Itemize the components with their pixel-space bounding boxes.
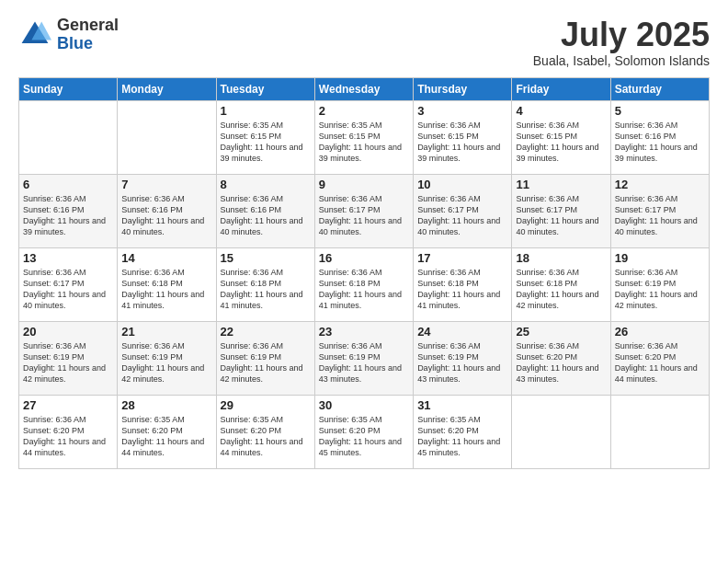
table-row: 10Sunrise: 6:36 AM Sunset: 6:17 PM Dayli… [414, 174, 512, 247]
day-number: 21 [121, 325, 211, 339]
table-row: 20Sunrise: 6:36 AM Sunset: 6:19 PM Dayli… [19, 321, 118, 395]
day-number: 2 [319, 104, 409, 118]
day-info: Sunrise: 6:36 AM Sunset: 6:15 PM Dayligh… [417, 120, 507, 165]
subtitle: Buala, Isabel, Solomon Islands [533, 53, 710, 68]
logo-blue: Blue [57, 35, 119, 53]
table-row: 26Sunrise: 6:36 AM Sunset: 6:20 PM Dayli… [610, 321, 709, 395]
table-row: 2Sunrise: 6:35 AM Sunset: 6:15 PM Daylig… [314, 100, 413, 174]
day-number: 28 [121, 398, 211, 412]
calendar-week-row: 27Sunrise: 6:36 AM Sunset: 6:20 PM Dayli… [19, 395, 710, 468]
day-info: Sunrise: 6:36 AM Sunset: 6:17 PM Dayligh… [417, 193, 507, 238]
day-info: Sunrise: 6:36 AM Sunset: 6:19 PM Dayligh… [23, 340, 113, 385]
table-row: 16Sunrise: 6:36 AM Sunset: 6:18 PM Dayli… [314, 247, 413, 321]
day-number: 11 [516, 178, 606, 191]
day-info: Sunrise: 6:36 AM Sunset: 6:20 PM Dayligh… [615, 340, 705, 385]
table-row: 6Sunrise: 6:36 AM Sunset: 6:16 PM Daylig… [19, 174, 118, 247]
day-info: Sunrise: 6:35 AM Sunset: 6:15 PM Dayligh… [221, 120, 311, 165]
logo-text: General Blue [57, 17, 119, 53]
table-row: 28Sunrise: 6:35 AM Sunset: 6:20 PM Dayli… [118, 395, 216, 468]
main-title: July 2025 [533, 17, 710, 53]
day-info: Sunrise: 6:36 AM Sunset: 6:19 PM Dayligh… [417, 340, 507, 385]
day-info: Sunrise: 6:36 AM Sunset: 6:20 PM Dayligh… [23, 414, 113, 459]
day-number: 23 [319, 325, 409, 339]
table-row [19, 100, 118, 174]
day-number: 31 [417, 398, 507, 412]
calendar-week-row: 20Sunrise: 6:36 AM Sunset: 6:19 PM Dayli… [19, 321, 710, 395]
table-row: 9Sunrise: 6:36 AM Sunset: 6:17 PM Daylig… [314, 174, 413, 247]
day-info: Sunrise: 6:36 AM Sunset: 6:18 PM Dayligh… [121, 267, 211, 312]
day-number: 22 [221, 325, 311, 339]
day-info: Sunrise: 6:36 AM Sunset: 6:16 PM Dayligh… [23, 193, 113, 238]
calendar-week-row: 1Sunrise: 6:35 AM Sunset: 6:15 PM Daylig… [19, 100, 710, 174]
day-number: 24 [417, 325, 507, 339]
table-row: 19Sunrise: 6:36 AM Sunset: 6:19 PM Dayli… [610, 247, 709, 321]
logo-general: General [57, 17, 119, 35]
table-row [118, 100, 216, 174]
day-number: 7 [121, 178, 211, 191]
day-info: Sunrise: 6:36 AM Sunset: 6:15 PM Dayligh… [516, 120, 606, 165]
day-number: 14 [121, 251, 211, 265]
day-info: Sunrise: 6:35 AM Sunset: 6:20 PM Dayligh… [319, 414, 409, 459]
table-row: 27Sunrise: 6:36 AM Sunset: 6:20 PM Dayli… [19, 395, 118, 468]
day-info: Sunrise: 6:36 AM Sunset: 6:17 PM Dayligh… [516, 193, 606, 238]
table-row: 4Sunrise: 6:36 AM Sunset: 6:15 PM Daylig… [512, 100, 610, 174]
col-thursday: Thursday [414, 77, 512, 100]
day-number: 25 [516, 325, 606, 339]
col-wednesday: Wednesday [314, 77, 413, 100]
table-row: 15Sunrise: 6:36 AM Sunset: 6:18 PM Dayli… [216, 247, 314, 321]
col-saturday: Saturday [610, 77, 709, 100]
day-number: 29 [221, 398, 311, 412]
day-info: Sunrise: 6:36 AM Sunset: 6:16 PM Dayligh… [121, 193, 211, 238]
table-row: 18Sunrise: 6:36 AM Sunset: 6:18 PM Dayli… [512, 247, 610, 321]
logo: General Blue [18, 17, 119, 53]
table-row: 14Sunrise: 6:36 AM Sunset: 6:18 PM Dayli… [118, 247, 216, 321]
table-row: 11Sunrise: 6:36 AM Sunset: 6:17 PM Dayli… [512, 174, 610, 247]
day-info: Sunrise: 6:36 AM Sunset: 6:17 PM Dayligh… [23, 267, 113, 312]
table-row: 17Sunrise: 6:36 AM Sunset: 6:18 PM Dayli… [414, 247, 512, 321]
day-number: 3 [417, 104, 507, 118]
table-row: 30Sunrise: 6:35 AM Sunset: 6:20 PM Dayli… [314, 395, 413, 468]
day-number: 4 [516, 104, 606, 118]
day-number: 1 [221, 104, 311, 118]
day-info: Sunrise: 6:36 AM Sunset: 6:19 PM Dayligh… [615, 267, 705, 312]
col-monday: Monday [118, 77, 216, 100]
calendar: Sunday Monday Tuesday Wednesday Thursday… [18, 77, 710, 469]
day-number: 5 [615, 104, 705, 118]
col-sunday: Sunday [19, 77, 118, 100]
table-row [610, 395, 709, 468]
day-info: Sunrise: 6:36 AM Sunset: 6:18 PM Dayligh… [319, 267, 409, 312]
day-number: 15 [221, 251, 311, 265]
day-number: 13 [23, 251, 113, 265]
col-tuesday: Tuesday [216, 77, 314, 100]
day-info: Sunrise: 6:36 AM Sunset: 6:16 PM Dayligh… [221, 193, 311, 238]
day-number: 6 [23, 178, 113, 191]
day-number: 8 [221, 178, 311, 191]
calendar-week-row: 13Sunrise: 6:36 AM Sunset: 6:17 PM Dayli… [19, 247, 710, 321]
day-info: Sunrise: 6:35 AM Sunset: 6:20 PM Dayligh… [417, 414, 507, 459]
day-number: 20 [23, 325, 113, 339]
day-info: Sunrise: 6:35 AM Sunset: 6:20 PM Dayligh… [221, 414, 311, 459]
table-row: 5Sunrise: 6:36 AM Sunset: 6:16 PM Daylig… [610, 100, 709, 174]
day-number: 30 [319, 398, 409, 412]
logo-icon [18, 18, 51, 52]
day-number: 9 [319, 178, 409, 191]
day-info: Sunrise: 6:36 AM Sunset: 6:16 PM Dayligh… [615, 120, 705, 165]
day-info: Sunrise: 6:36 AM Sunset: 6:19 PM Dayligh… [221, 340, 311, 385]
day-info: Sunrise: 6:36 AM Sunset: 6:19 PM Dayligh… [121, 340, 211, 385]
day-info: Sunrise: 6:35 AM Sunset: 6:15 PM Dayligh… [319, 120, 409, 165]
table-row: 29Sunrise: 6:35 AM Sunset: 6:20 PM Dayli… [216, 395, 314, 468]
table-row: 13Sunrise: 6:36 AM Sunset: 6:17 PM Dayli… [19, 247, 118, 321]
day-number: 19 [615, 251, 705, 265]
table-row: 22Sunrise: 6:36 AM Sunset: 6:19 PM Dayli… [216, 321, 314, 395]
day-info: Sunrise: 6:35 AM Sunset: 6:20 PM Dayligh… [121, 414, 211, 459]
day-number: 12 [615, 178, 705, 191]
table-row: 21Sunrise: 6:36 AM Sunset: 6:19 PM Dayli… [118, 321, 216, 395]
day-number: 16 [319, 251, 409, 265]
day-number: 10 [417, 178, 507, 191]
title-block: July 2025 Buala, Isabel, Solomon Islands [533, 17, 710, 68]
day-info: Sunrise: 6:36 AM Sunset: 6:20 PM Dayligh… [516, 340, 606, 385]
calendar-week-row: 6Sunrise: 6:36 AM Sunset: 6:16 PM Daylig… [19, 174, 710, 247]
table-row: 12Sunrise: 6:36 AM Sunset: 6:17 PM Dayli… [610, 174, 709, 247]
table-row: 1Sunrise: 6:35 AM Sunset: 6:15 PM Daylig… [216, 100, 314, 174]
day-number: 26 [615, 325, 705, 339]
